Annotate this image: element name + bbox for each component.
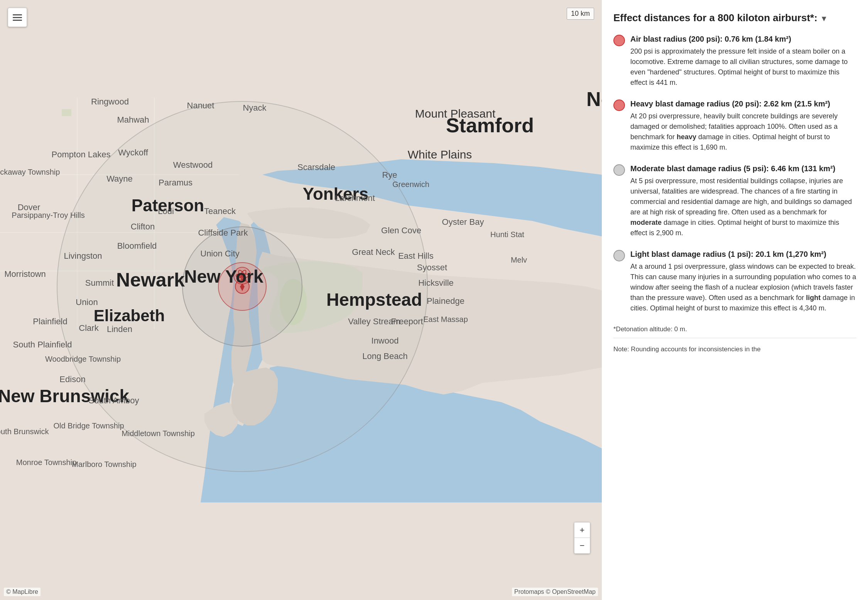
label-oyster-bay: Oyster Bay [442,217,484,227]
label-plainedge: Plainedge [427,296,464,306]
label-wyckoff: Wyckoff [118,148,149,157]
label-nanuet: Nanuet [187,101,214,110]
effect-title-air-blast: Air blast radius (200 psi): 0.76 km (1.8… [630,34,856,44]
label-old-bridge: Old Bridge Township [53,421,124,430]
label-larchmont: Larchmont [335,193,375,203]
label-lodi: Lodi [158,206,174,216]
label-south-plainfield: South Plainfield [13,340,72,349]
label-freeport: Freeport [391,317,423,326]
label-south-amboy: South Amboy [89,396,139,405]
label-westwood: Westwood [173,160,213,170]
map-svg: Stamford Yonkers Paterson Newark Elizabe… [0,0,602,600]
label-greenwich: Greenwich [392,180,429,189]
label-parsippany: Parsippany-Troy Hills [12,211,84,219]
label-inwood: Inwood [372,336,399,346]
effect-circle-light-blast [613,250,625,261]
label-hempstead: Hempstead [326,290,422,310]
effect-text-moderate-blast: Moderate blast damage radius (5 psi): 6.… [630,163,856,238]
effect-item-moderate-blast: Moderate blast damage radius (5 psi): 6.… [613,163,856,238]
zoom-controls[interactable]: + − [574,522,590,554]
label-cliffside-park: Cliffside Park [198,228,248,238]
label-paramus: Paramus [159,178,193,187]
sidebar: Effect distances for a 800 kiloton airbu… [602,0,868,600]
label-syosset: Syosset [417,263,447,272]
effect-title-heavy-blast: Heavy blast damage radius (20 psi): 2.62… [630,99,856,109]
label-hunti: Hunti Stat [490,230,524,239]
sidebar-title: Effect distances for a 800 kiloton airbu… [613,12,856,25]
label-summit: Summit [85,278,114,288]
svg-rect-19 [13,17,22,18]
label-marlboro: Marlboro Township [72,460,137,469]
label-union-city: Union City [200,249,239,258]
label-teaneck: Teaneck [204,206,236,216]
layers-icon [12,12,23,23]
label-pompton-lakes: Pompton Lakes [52,150,111,159]
label-long-beach: Long Beach [362,351,407,361]
effect-text-heavy-blast: Heavy blast damage radius (20 psi): 2.62… [630,99,856,153]
label-ringwood: Ringwood [91,97,129,106]
label-new-york: New York [184,266,263,287]
label-mount-pleasant: Mount Pleasant [415,107,496,120]
label-clark: Clark [79,323,99,333]
label-melv: Melv [511,256,527,264]
effect-item-heavy-blast: Heavy blast damage radius (20 psi): 2.62… [613,99,856,153]
dropdown-arrow[interactable]: ▼ [820,13,828,24]
effect-circle-moderate-blast [613,164,625,176]
label-hicksville: Hicksville [418,278,454,288]
effect-desc-light-blast: At a around 1 psi overpressure, glass wi… [630,261,856,313]
maplibre-attribution: © MapLibre [4,588,41,596]
label-glen-cove: Glen Cove [381,226,421,235]
effect-circle-air-blast [613,35,625,46]
label-scarsdale: Scarsdale [297,162,335,172]
layers-button[interactable] [8,8,27,27]
map-container[interactable]: Stamford Yonkers Paterson Newark Elizabe… [0,0,602,600]
label-east-massap: East Massap [423,315,468,324]
effect-text-air-blast: Air blast radius (200 psi): 0.76 km (1.8… [630,34,856,88]
label-newark: Newark [116,269,185,291]
label-nyack: Nyack [243,103,267,113]
label-edison: Edison [59,374,85,384]
label-rye: Rye [382,170,397,180]
label-east-hills: East Hills [398,251,434,261]
label-clifton: Clifton [131,222,155,231]
effect-desc-moderate-blast: At 5 psi overpressure, most residential … [630,176,856,238]
rounding-note: Note: Rounding accounts for inconsistenc… [613,338,856,354]
label-rockaway: Rockaway Township [0,168,60,176]
label-bloomfield: Bloomfield [117,241,157,251]
scale-bar: 10 km [567,8,594,20]
effect-title-moderate-blast: Moderate blast damage radius (5 psi): 6.… [630,163,856,174]
svg-rect-18 [13,20,22,21]
effects-list: Air blast radius (200 psi): 0.76 km (1.8… [613,34,856,313]
label-plainfield: Plainfield [33,317,67,326]
effect-circle-heavy-blast [613,99,625,111]
effect-item-light-blast: Light blast damage radius (1 psi): 20.1 … [613,249,856,313]
label-mahwah: Mahwah [117,115,149,125]
effect-text-light-blast: Light blast damage radius (1 psi): 20.1 … [630,249,856,313]
effect-desc-heavy-blast: At 20 psi overpressure, heavily built co… [630,111,856,153]
label-linden: Linden [107,324,132,334]
label-nor: Nor [586,88,602,110]
label-livingston: Livingston [64,251,102,261]
effect-title-light-blast: Light blast damage radius (1 psi): 20.1 … [630,249,856,259]
label-middletown: Middletown Township [122,429,195,438]
svg-rect-3 [62,109,71,116]
label-great-neck: Great Neck [352,247,395,257]
zoom-in-button[interactable]: + [574,522,590,538]
effect-desc-air-blast: 200 psi is approximately the pressure fe… [630,46,856,88]
label-elizabeth: Elizabeth [94,307,165,325]
label-wayne: Wayne [106,174,133,184]
svg-rect-20 [13,14,22,15]
label-union: Union [76,297,98,307]
effect-item-air-blast: Air blast radius (200 psi): 0.76 km (1.8… [613,34,856,88]
label-woodbridge: Woodbridge Township [45,355,121,363]
label-white-plains: White Plains [408,148,472,161]
label-monroe: Monroe Township [16,458,76,467]
scale-label: 10 km [571,10,590,17]
map-attribution: Protomaps © OpenStreetMap [512,588,598,596]
zoom-out-button[interactable]: − [574,538,590,553]
detonation-note: *Detonation altitude: 0 m. [613,324,856,334]
label-morristown: Morristown [4,269,46,279]
label-south-brunswick: South Brunswick [0,427,49,436]
